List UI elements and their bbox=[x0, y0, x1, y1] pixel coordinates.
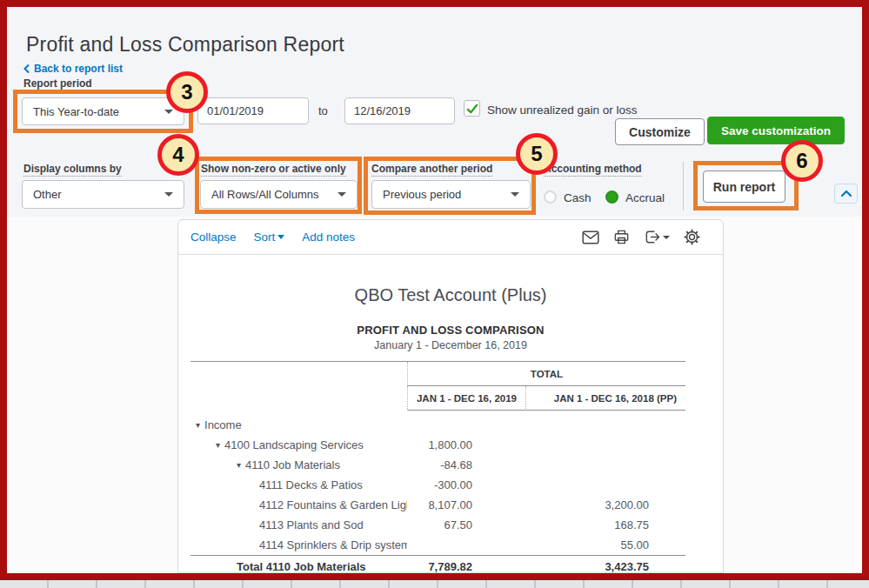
report-row: 4114 Sprinklers & Drip systems55.00 bbox=[191, 535, 685, 555]
account-name[interactable]: 4111 Decks & Patios bbox=[259, 478, 363, 491]
row-expand-chevron-icon[interactable]: ▾ bbox=[216, 441, 220, 450]
report-company-name: QBO Test Account (Plus) bbox=[178, 285, 723, 305]
value-2018: 3,423.75 bbox=[525, 560, 685, 573]
account-name[interactable]: 4100 Landscaping Services bbox=[224, 438, 364, 451]
show-nonzero-value: All Rows/All Columns bbox=[211, 188, 319, 201]
run-report-button[interactable]: Run report bbox=[703, 170, 785, 203]
show-nonzero-dropdown[interactable]: All Rows/All Columns bbox=[200, 180, 358, 209]
chevron-down-icon bbox=[511, 192, 519, 197]
column-header-row: JAN 1 - DEC 16, 2019 JAN 1 - DEC 16, 201… bbox=[191, 386, 685, 411]
callout-6: 6 bbox=[781, 140, 823, 182]
value-2018: 3,200.00 bbox=[525, 498, 685, 511]
row-expand-chevron-icon[interactable]: ▾ bbox=[237, 461, 241, 470]
checkmark-icon bbox=[466, 104, 478, 114]
display-columns-by-dropdown[interactable]: Other bbox=[22, 180, 184, 209]
date-to-input[interactable]: 12/16/2019 bbox=[344, 97, 455, 124]
collapse-filters-button[interactable] bbox=[834, 184, 858, 204]
chevron-down-icon bbox=[338, 192, 346, 197]
collapse-link[interactable]: Collapse bbox=[191, 231, 237, 244]
page-title: Profit and Loss Comparison Report bbox=[26, 33, 344, 57]
sort-link[interactable]: Sort bbox=[254, 231, 285, 244]
chevron-left-icon bbox=[23, 63, 30, 74]
report-row: 4113 Plants and Sod67.50168.75 bbox=[191, 515, 685, 535]
report-period-value: This Year-to-date bbox=[33, 105, 119, 118]
value-2018: 168.75 bbox=[525, 518, 685, 531]
report-rows: ▾Income▾4100 Landscaping Services1,800.0… bbox=[191, 415, 685, 573]
sort-link-label: Sort bbox=[254, 231, 276, 244]
display-columns-by-value: Other bbox=[33, 188, 62, 201]
value-2019: 67.50 bbox=[407, 518, 525, 531]
cash-radio-label: Cash bbox=[564, 191, 592, 204]
show-unrealized-label: Show unrealized gain or loss bbox=[487, 104, 638, 117]
account-name[interactable]: Income bbox=[204, 418, 242, 431]
email-icon[interactable] bbox=[582, 231, 599, 244]
column-header-2018: JAN 1 - DEC 16, 2018 (PP) bbox=[525, 386, 685, 411]
report-total-row: Total 4110 Job Materials7,789.823,423.75 bbox=[191, 555, 685, 573]
callout-4: 4 bbox=[157, 134, 199, 176]
chevron-down-icon bbox=[663, 236, 670, 239]
account-name[interactable]: 4114 Sprinklers & Drip systems bbox=[259, 538, 407, 551]
column-header-2019: JAN 1 - DEC 16, 2019 bbox=[407, 386, 525, 411]
print-icon[interactable] bbox=[613, 229, 630, 245]
settings-gear-icon[interactable] bbox=[684, 229, 700, 245]
value-2019: 7,789.82 bbox=[407, 560, 525, 573]
report-row: 4112 Fountains & Garden Lighting8,107.00… bbox=[191, 495, 685, 515]
chevron-up-icon bbox=[840, 190, 852, 197]
total-column-group-header: TOTAL bbox=[407, 362, 685, 386]
app-window: Profit and Loss Comparison Report Back t… bbox=[0, 0, 869, 588]
report-toolbar: Collapse Sort Add notes bbox=[178, 220, 723, 255]
report-row: ▾4100 Landscaping Services1,800.00 bbox=[191, 435, 685, 455]
value-2019: 1,800.00 bbox=[407, 438, 525, 451]
to-label: to bbox=[318, 104, 328, 117]
callout-5: 5 bbox=[516, 133, 558, 175]
chevron-down-icon bbox=[277, 235, 284, 239]
value-2019: -84.68 bbox=[407, 458, 525, 471]
total-header-row: TOTAL bbox=[191, 362, 685, 386]
export-icon[interactable] bbox=[644, 229, 670, 245]
add-notes-link[interactable]: Add notes bbox=[302, 231, 355, 244]
customize-button[interactable]: Customize bbox=[615, 118, 705, 145]
report-period-dropdown[interactable]: This Year-to-date bbox=[22, 97, 184, 125]
chevron-down-icon bbox=[164, 110, 173, 114]
report-row: ▾4110 Job Materials-84.68 bbox=[191, 455, 685, 475]
account-name[interactable]: Total 4110 Job Materials bbox=[237, 560, 366, 573]
accrual-radio-label: Accrual bbox=[625, 191, 665, 204]
report-row: ▾Income bbox=[191, 415, 685, 435]
value-2019: -300.00 bbox=[407, 478, 525, 491]
show-nonzero-label: Show non-zero or active only bbox=[201, 163, 346, 175]
callout-3: 3 bbox=[166, 71, 208, 113]
collapse-link-label: Collapse bbox=[191, 231, 237, 244]
back-link-label: Back to report list bbox=[34, 63, 123, 75]
accrual-radio[interactable] bbox=[605, 190, 618, 204]
chevron-down-icon bbox=[164, 192, 173, 197]
date-from-input[interactable]: 01/01/2019 bbox=[197, 97, 309, 124]
compare-period-label: Compare another period bbox=[371, 163, 492, 175]
save-customization-button[interactable]: Save customization bbox=[707, 117, 845, 144]
compare-period-dropdown[interactable]: Previous period bbox=[371, 180, 531, 209]
display-columns-by-label: Display columns by bbox=[23, 163, 122, 175]
compare-period-value: Previous period bbox=[383, 188, 461, 201]
value-2019: 8,107.00 bbox=[407, 498, 525, 511]
add-notes-link-label: Add notes bbox=[302, 231, 355, 244]
account-name[interactable]: 4110 Job Materials bbox=[245, 458, 340, 471]
row-expand-chevron-icon[interactable]: ▾ bbox=[196, 421, 200, 430]
back-to-report-list-link[interactable]: Back to report list bbox=[23, 63, 123, 75]
report-title: PROFIT AND LOSS COMPARISON bbox=[178, 324, 723, 337]
value-2018: 55.00 bbox=[525, 538, 685, 551]
report-panel: Collapse Sort Add notes bbox=[177, 219, 724, 573]
account-name[interactable]: 4112 Fountains & Garden Lighting bbox=[259, 498, 407, 511]
show-unrealized-checkbox[interactable] bbox=[464, 100, 480, 117]
divider bbox=[683, 162, 684, 210]
report-period-subtitle: January 1 - December 16, 2019 bbox=[178, 339, 723, 351]
report-table: TOTAL JAN 1 - DEC 16, 2019 JAN 1 - DEC 1… bbox=[191, 361, 685, 573]
accounting-method-label: Accounting method bbox=[544, 163, 642, 175]
report-row: 4111 Decks & Patios-300.00 bbox=[191, 475, 685, 495]
cash-radio[interactable] bbox=[544, 190, 557, 204]
report-period-label: Report period bbox=[23, 77, 92, 90]
account-name[interactable]: 4113 Plants and Sod bbox=[259, 518, 364, 531]
bottom-edge-strip bbox=[0, 580, 869, 588]
